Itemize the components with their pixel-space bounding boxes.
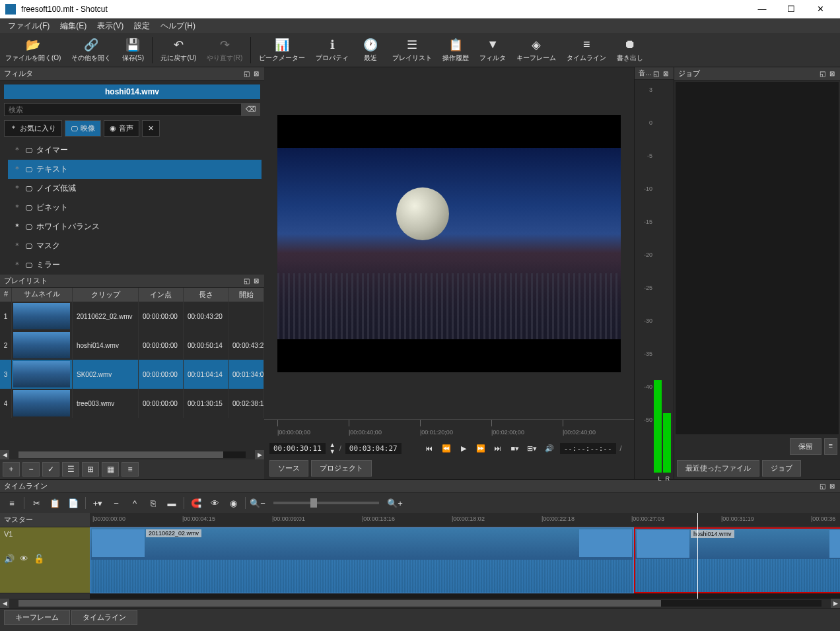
undock-icon[interactable]: ◱ (818, 482, 827, 490)
menu-help[interactable]: ヘルプ(H) (155, 19, 201, 33)
transport-ruler[interactable]: |00:00:00;00|00:00:40;00|00:01:20;00|00:… (264, 419, 634, 439)
menu-button[interactable]: ≡ (122, 462, 139, 477)
open-other-button[interactable]: 🔗その他を開く (66, 34, 116, 66)
video-preview[interactable] (277, 115, 621, 372)
append-button[interactable]: +▾ (90, 496, 106, 510)
filter-item[interactable]: ＊🖵ホワイトバランス (8, 217, 262, 236)
grid-button[interactable]: ⊞▾ (526, 442, 539, 455)
skip-end-button[interactable]: ⏭ (491, 442, 505, 455)
hide-icon[interactable]: 👁 (20, 554, 28, 564)
copy-button[interactable]: 📋 (47, 496, 63, 510)
col-in[interactable]: イン点 (139, 288, 184, 302)
playlist-row[interactable]: 4tree003.wmv00:00:00:0000:01:30:1500:02:… (0, 389, 264, 418)
filter-tab-video[interactable]: 🖵映像 (65, 120, 101, 137)
insert-button[interactable]: ⎘ (145, 496, 161, 510)
star-icon[interactable]: ＊ (13, 240, 21, 251)
redo-button[interactable]: ↷やり直す(R) (201, 34, 248, 66)
check-button[interactable]: ✓ (42, 462, 59, 477)
star-icon[interactable]: ＊ (13, 145, 21, 156)
star-icon[interactable]: ＊ (13, 183, 21, 194)
master-track-header[interactable]: マスター (0, 513, 90, 527)
skip-start-button[interactable]: ⏮ (423, 442, 436, 455)
export-button[interactable]: ⏺書き出し (612, 34, 648, 66)
filter-tab-audio[interactable]: ◉音声 (104, 120, 139, 137)
scrub-button[interactable]: 👁 (207, 496, 223, 510)
timeline-ruler[interactable]: |00:00:00:00|00:00:04:15|00:00:09:01|00:… (90, 513, 840, 527)
undock-icon[interactable]: ◱ (242, 70, 251, 77)
undock-icon[interactable]: ◱ (818, 70, 827, 77)
save-button[interactable]: 💾保存(S) (116, 34, 149, 66)
tab-keyframe[interactable]: キーフレーム (4, 610, 70, 625)
tab-timeline[interactable]: タイムライン (71, 610, 137, 625)
scroll-left-icon[interactable]: ◀ (0, 450, 9, 459)
col-start[interactable]: 開始 (228, 288, 264, 302)
stop-button[interactable]: ■▾ (508, 442, 522, 455)
current-timecode[interactable]: 00:00:30:11 (269, 443, 326, 454)
cut-button[interactable]: ✂ (28, 496, 44, 510)
filter-item[interactable]: ＊🖵タイマー (8, 141, 262, 160)
menu-button[interactable]: ≡ (4, 496, 20, 510)
keyframe-button[interactable]: ◈キーフレーム (511, 34, 561, 66)
filter-item[interactable]: ＊🖵ビネット (8, 198, 262, 217)
volume-button[interactable]: 🔊 (543, 442, 556, 455)
tab-source[interactable]: ソース (269, 460, 308, 477)
paste-button[interactable]: 📄 (65, 496, 81, 510)
hold-button[interactable]: 保留 (790, 438, 822, 455)
col-index[interactable]: # (0, 288, 12, 302)
snap-button[interactable]: 🧲 (188, 496, 204, 510)
filter-button[interactable]: ▼フィルタ (474, 34, 511, 66)
delete-button[interactable]: − (108, 496, 124, 510)
overwrite-button[interactable]: ▬ (164, 496, 180, 510)
menu-file[interactable]: ファイル(F) (3, 19, 55, 33)
spinner-icon[interactable]: ▲▼ (330, 442, 335, 455)
timeline-clip[interactable]: 20110622_02.wmv (90, 527, 634, 593)
detail-view-button[interactable]: ▦ (102, 462, 119, 477)
star-icon[interactable]: ＊ (13, 164, 21, 175)
property-button[interactable]: ℹプロパティ (310, 34, 354, 66)
tab-project[interactable]: プロジェクト (311, 460, 372, 477)
play-button[interactable]: ▶ (457, 442, 470, 455)
filter-item[interactable]: ＊🖵マスク (8, 236, 262, 255)
history-button[interactable]: 📋操作履歴 (437, 34, 474, 66)
timeline-clip[interactable]: hoshi014.wmv (634, 527, 840, 593)
star-icon[interactable]: ＊ (13, 221, 21, 232)
scroll-left-icon[interactable]: ◀ (0, 599, 9, 608)
playlist-row[interactable]: 120110622_02.wmv00:00:00:0000:00:43:20 (0, 302, 264, 331)
close-panel-icon[interactable]: ⊠ (252, 70, 260, 77)
ripple-button[interactable]: ◉ (225, 496, 241, 510)
close-panel-icon[interactable]: ⊠ (828, 482, 836, 490)
col-clip[interactable]: クリップ (73, 288, 139, 302)
filter-item[interactable]: ＊🖵ミラー (8, 255, 262, 275)
peak-meter-button[interactable]: 📊ピークメーター (254, 34, 310, 66)
star-icon[interactable]: ＊ (13, 259, 21, 271)
col-thumbnail[interactable]: サムネイル (12, 288, 73, 302)
close-panel-icon[interactable]: ⊠ (828, 70, 836, 77)
menu-edit[interactable]: 編集(E) (55, 19, 92, 33)
filter-item[interactable]: ＊🖵ノイズ低減 (8, 179, 262, 198)
col-length[interactable]: 長さ (184, 288, 228, 302)
timeline-button[interactable]: ≡タイムライン (561, 34, 612, 66)
undock-icon[interactable]: ◱ (242, 277, 251, 284)
menu-settings[interactable]: 設定 (129, 19, 155, 33)
playhead[interactable] (697, 513, 698, 599)
mute-icon[interactable]: 🔊 (4, 554, 15, 564)
add-button[interactable]: + (3, 462, 20, 477)
filter-search-input[interactable] (4, 103, 242, 116)
grid-view-button[interactable]: ⊞ (82, 462, 99, 477)
clear-search-icon[interactable]: ⌫ (242, 103, 260, 116)
rewind-button[interactable]: ⏪ (440, 442, 453, 455)
tab-jobs[interactable]: ジョブ (762, 460, 801, 477)
menu-view[interactable]: 表示(V) (92, 19, 129, 33)
remove-button[interactable]: − (22, 462, 40, 477)
undo-button[interactable]: ↶元に戻す(U) (155, 34, 201, 66)
close-panel-icon[interactable]: ⊠ (252, 277, 260, 284)
lock-icon[interactable]: 🔓 (34, 554, 44, 564)
close-button[interactable]: ✕ (806, 0, 835, 18)
star-icon[interactable]: ＊ (13, 202, 21, 213)
open-file-button[interactable]: 📂ファイルを開く(O) (0, 34, 66, 66)
playlist-row[interactable]: 3SK002.wmv00:00:00:0000:01:04:1400:01:34… (0, 360, 264, 389)
minimize-button[interactable]: — (748, 0, 777, 18)
zoom-in-button[interactable]: 🔍+ (387, 496, 403, 510)
recent-button[interactable]: 🕐最近 (354, 34, 387, 66)
track-v1[interactable]: 20110622_02.wmvhoshi014.wmv (90, 527, 840, 593)
